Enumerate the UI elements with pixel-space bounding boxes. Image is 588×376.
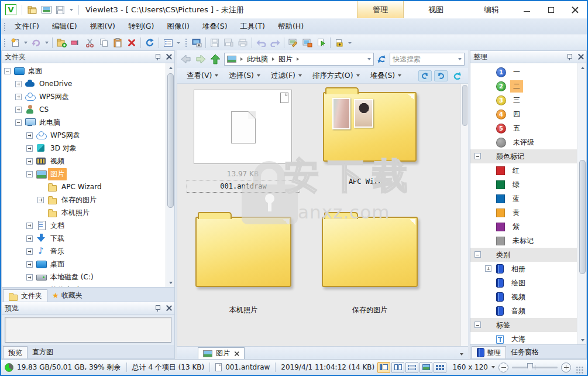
tree-item-3d-objects[interactable]: 3D 对象 bbox=[3, 142, 165, 155]
convert-image-icon[interactable] bbox=[300, 36, 314, 50]
section-color-labels[interactable]: 颜色标记 bbox=[470, 149, 577, 163]
tab-edit[interactable]: 编辑 bbox=[468, 1, 515, 18]
expand-icon[interactable] bbox=[485, 265, 491, 272]
file-thumbnail-001[interactable] bbox=[194, 90, 292, 164]
tree-item-saved-pictures[interactable]: 保存的图片 bbox=[3, 193, 165, 206]
organize-scrollbar[interactable] bbox=[577, 63, 586, 344]
paste-icon[interactable] bbox=[111, 36, 125, 50]
slider-thumb[interactable] bbox=[527, 363, 533, 371]
color-red[interactable]: 红 bbox=[470, 163, 577, 177]
rotate-left-button[interactable] bbox=[418, 70, 432, 81]
print-icon[interactable] bbox=[236, 36, 250, 50]
expand-icon[interactable] bbox=[26, 274, 33, 281]
color-unlabeled[interactable]: 未标记 bbox=[470, 234, 577, 248]
undo-edit-icon[interactable] bbox=[254, 36, 268, 50]
new-caret-icon[interactable] bbox=[22, 36, 29, 50]
toolbar-grip[interactable] bbox=[3, 22, 6, 32]
menu-goto[interactable]: 转到(G) bbox=[122, 20, 160, 33]
view-menu[interactable]: 查看(V) bbox=[181, 69, 223, 83]
toolbar-overflow-caret-icon[interactable] bbox=[175, 36, 182, 50]
rating-none[interactable]: 未评级 bbox=[470, 135, 577, 149]
filter-menu[interactable]: 过滤(F) bbox=[266, 69, 307, 83]
tree-item-user-cs[interactable]: CS bbox=[3, 103, 165, 116]
menu-tools[interactable]: 工具(T) bbox=[234, 20, 271, 33]
section-tags[interactable]: 标签 bbox=[470, 318, 577, 332]
category-audio[interactable]: 音频 bbox=[470, 304, 577, 318]
collapse-icon[interactable] bbox=[474, 251, 481, 258]
new-icon[interactable] bbox=[8, 36, 22, 50]
tab-folders[interactable]: 文件夹 bbox=[3, 289, 47, 302]
collapse-icon[interactable] bbox=[4, 68, 11, 74]
tree-item-music[interactable]: ♪音乐 bbox=[3, 245, 165, 258]
save-icon[interactable] bbox=[54, 5, 66, 15]
zoom-out-button[interactable] bbox=[498, 363, 508, 372]
folder-label-local[interactable]: 本机照片 bbox=[195, 305, 291, 315]
breadcrumb-pictures[interactable]: 图片 bbox=[278, 54, 293, 64]
select-menu[interactable]: 选择(S) bbox=[223, 69, 266, 83]
tree-item-local-disk-c[interactable]: 本地磁盘 (C:) bbox=[3, 271, 165, 283]
scrollbar-thumb[interactable] bbox=[462, 85, 467, 126]
expand-icon[interactable] bbox=[37, 197, 44, 203]
menu-view[interactable]: 视图(V) bbox=[84, 20, 122, 33]
tab-pictures-document[interactable]: 图片 bbox=[198, 347, 245, 359]
cut-icon[interactable] bbox=[82, 36, 97, 50]
view-mode-split-button[interactable] bbox=[391, 362, 404, 373]
browse-images-icon[interactable] bbox=[40, 5, 52, 15]
minimize-button[interactable] bbox=[515, 1, 539, 18]
thumbnail-size-caret-icon[interactable] bbox=[491, 366, 495, 368]
tab-organize[interactable]: 整理 bbox=[472, 346, 506, 358]
expand-icon[interactable] bbox=[26, 223, 33, 229]
tree-item-documents[interactable]: 文档 bbox=[3, 219, 165, 232]
export-icon[interactable] bbox=[314, 36, 328, 50]
resize-grip[interactable] bbox=[576, 366, 583, 374]
view-mode-details-button[interactable] bbox=[377, 362, 390, 373]
scroll-down-icon[interactable] bbox=[166, 278, 175, 287]
undo-caret-icon[interactable] bbox=[43, 36, 50, 50]
rating-three[interactable]: 3三 bbox=[470, 93, 577, 107]
copy-icon[interactable] bbox=[97, 36, 111, 50]
toolbar-overflow-caret-icon[interactable] bbox=[346, 36, 353, 50]
collapse-icon[interactable] bbox=[474, 322, 481, 328]
expand-icon[interactable] bbox=[26, 235, 33, 242]
save-as-icon[interactable] bbox=[222, 36, 236, 50]
tree-item-wps-cloud2[interactable]: WPS网盘 bbox=[3, 129, 165, 142]
search-box[interactable] bbox=[390, 53, 465, 66]
collapse-icon[interactable] bbox=[474, 153, 481, 159]
scroll-up-icon[interactable] bbox=[166, 63, 175, 72]
color-blue[interactable]: 蓝 bbox=[470, 192, 577, 206]
tree-item-this-pc[interactable]: 此电脑 bbox=[3, 116, 165, 129]
color-yellow[interactable]: 黄 bbox=[470, 206, 577, 220]
tag-sea[interactable]: 大海 bbox=[470, 332, 577, 344]
tab-view[interactable]: 视图 bbox=[412, 1, 459, 18]
menu-file[interactable]: 文件(F) bbox=[8, 20, 46, 33]
menu-help[interactable]: 帮助(H) bbox=[271, 20, 310, 33]
content-scrollbar[interactable] bbox=[460, 84, 468, 346]
tree-item-videos[interactable]: 视频 bbox=[3, 155, 165, 168]
rename-icon[interactable] bbox=[68, 36, 82, 50]
tab-preview[interactable]: 预览 bbox=[3, 346, 27, 358]
expand-icon[interactable] bbox=[26, 287, 33, 288]
expand-icon[interactable] bbox=[26, 248, 33, 255]
rating-four[interactable]: 4四 bbox=[470, 107, 577, 121]
folder-label-saved[interactable]: 保存的图片 bbox=[322, 305, 418, 315]
pin-icon[interactable] bbox=[154, 53, 161, 60]
expand-icon[interactable] bbox=[26, 132, 33, 139]
tab-task-pane[interactable]: 任务窗格 bbox=[506, 346, 544, 358]
tree-item-camera-roll[interactable]: 本机照片 bbox=[3, 206, 165, 219]
folder-label-apc[interactable]: APC Wizard bbox=[323, 177, 417, 186]
tab-favorites[interactable]: ★收藏夹 bbox=[47, 289, 87, 302]
color-purple[interactable]: 紫 bbox=[470, 220, 577, 234]
search-dropdown-icon[interactable] bbox=[458, 58, 462, 60]
close-panel-icon[interactable] bbox=[577, 54, 583, 60]
expand-icon[interactable] bbox=[26, 261, 33, 268]
edit-image-icon[interactable] bbox=[286, 36, 300, 50]
scroll-up-icon[interactable] bbox=[578, 63, 587, 72]
expand-icon[interactable] bbox=[26, 158, 33, 165]
tree-item-desktop[interactable]: 桌面 bbox=[3, 64, 165, 77]
tree-item-downloads[interactable]: 下载 bbox=[3, 232, 165, 245]
search-input[interactable] bbox=[393, 55, 458, 63]
tab-manage[interactable]: 管理 bbox=[357, 1, 404, 18]
scrollbar-thumb[interactable] bbox=[579, 160, 586, 274]
tree-item-onedrive[interactable]: OneDrive bbox=[3, 77, 165, 90]
back-icon[interactable] bbox=[180, 53, 192, 65]
